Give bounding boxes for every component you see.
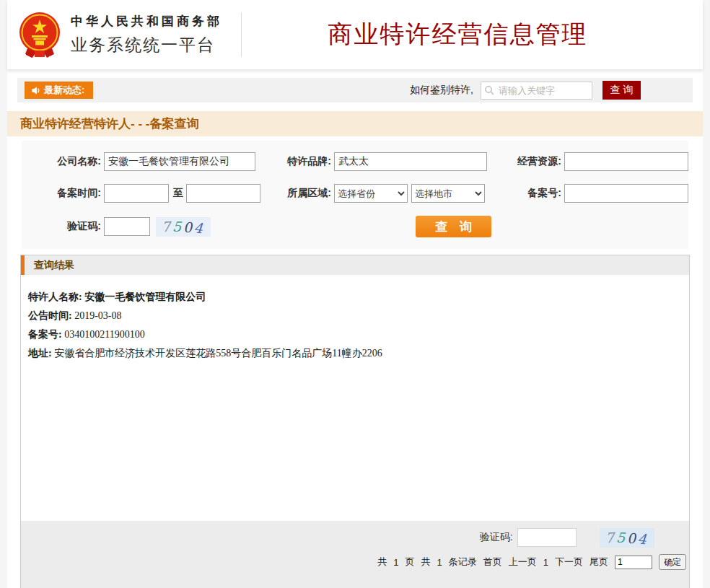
news-link[interactable]: 如何鉴别特许, — [410, 84, 473, 97]
pager-total-text: 共 — [421, 556, 431, 569]
result-row-address: 地址: 安徽省合肥市经济技术开发区莲花路558号合肥百乐门名品广场11幢办220… — [28, 347, 682, 360]
results-panel: 查询结果 特许人名称: 安徽一毛餐饮管理有限公司 公告时间: 2019-03-0… — [20, 255, 690, 588]
pager-total-text: 条记录 — [449, 556, 477, 569]
page-confirm-button[interactable]: 确定 — [659, 554, 686, 570]
ministry-name: 中华人民共和国商务部 — [71, 13, 222, 30]
record-no-label: 备案号: — [504, 187, 561, 200]
result-label: 公告时间: — [28, 310, 72, 321]
form-row-1: 公司名称: 特许品牌: 经营资源: — [29, 152, 688, 171]
date-to-field[interactable] — [186, 184, 260, 203]
pager-total-pages: 1 — [393, 557, 398, 568]
platform-name: 业务系统统一平台 — [71, 34, 222, 56]
result-label: 特许人名称: — [28, 291, 82, 302]
search-icon — [484, 85, 495, 96]
captcha-digit: 5 — [615, 530, 627, 546]
pager-total-records: 1 — [437, 557, 442, 568]
captcha-image[interactable]: 7 5 0 4 — [156, 217, 211, 237]
result-row-record-no: 备案号: 0340100211900100 — [28, 328, 682, 341]
result-row-announce-date: 公告时间: 2019-03-08 — [28, 310, 682, 322]
province-select[interactable]: 选择省份 — [334, 184, 408, 203]
page-first-link[interactable]: 首页 — [483, 556, 502, 569]
captcha-digit: 5 — [172, 219, 184, 235]
pager-total-text: 共 — [377, 556, 387, 569]
speaker-icon — [31, 86, 40, 95]
city-select[interactable]: 选择地市 — [411, 184, 485, 203]
result-label: 备案号: — [28, 329, 62, 340]
date-to-label: 至 — [173, 187, 183, 200]
result-value: 0340100211900100 — [64, 329, 144, 340]
results-body: 特许人名称: 安徽一毛餐饮管理有限公司 公告时间: 2019-03-08 备案号… — [21, 275, 689, 521]
page-prev-link[interactable]: 上一页 — [509, 556, 537, 569]
brand-label: 特许品牌: — [266, 155, 331, 168]
captcha-digit: 7 — [161, 219, 173, 235]
resource-label: 经营资源: — [504, 155, 561, 168]
results-footer: 验证码: 7 5 0 4 共 1 页 共 1 条记录 首页 上一页 1 下一页 — [21, 521, 689, 588]
keyword-search-box — [481, 82, 592, 100]
results-title: 查询结果 — [34, 259, 74, 272]
page-title: 商业特许经营信息管理 — [242, 18, 703, 51]
form-row-2: 备案时间: 至 所属区域: 选择省份 选择地市 备案号: — [29, 184, 688, 203]
captcha-digit: 0 — [626, 530, 638, 547]
query-form: 公司名称: 特许品牌: 经营资源: 备案时间: 至 所属区域: — [22, 141, 688, 249]
pager-total-text: 页 — [406, 556, 415, 569]
footer-captcha-row: 验证码: 7 5 0 4 — [21, 527, 689, 548]
result-value: 安徽省合肥市经济技术开发区莲花路558号合肥百乐门名品广场11幢办2206 — [54, 348, 382, 359]
date-from-field[interactable] — [104, 184, 169, 203]
keyword-search-input[interactable] — [481, 82, 592, 100]
form-row-3: 验证码: 7 5 0 4 查 询 — [29, 216, 688, 237]
org-name-block: 中华人民共和国商务部 业务系统统一平台 — [71, 13, 222, 56]
footer-captcha-label: 验证码: — [480, 531, 513, 544]
footer-captcha-image[interactable]: 7 5 0 4 — [600, 528, 654, 548]
query-button[interactable]: 查 询 — [416, 216, 491, 237]
page-next-link[interactable]: 下一页 — [555, 556, 583, 569]
keyword-search-button[interactable]: 查 询 — [602, 81, 641, 100]
captcha-label: 验证码: — [29, 220, 101, 233]
result-row-franchisor: 特许人名称: 安徽一毛餐饮管理有限公司 — [28, 291, 682, 304]
page-container: 中华人民共和国商务部 业务系统统一平台 商业特许经营信息管理 最新动态: 如何鉴… — [7, 0, 703, 588]
national-emblem-logo — [19, 12, 61, 58]
page-last-link[interactable]: 尾页 — [590, 556, 608, 569]
record-date-label: 备案时间: — [29, 187, 101, 200]
result-label: 地址: — [28, 348, 52, 359]
pagination: 共 1 页 共 1 条记录 首页 上一页 1 下一页 尾页 确定 — [21, 554, 689, 570]
news-badge: 最新动态: — [25, 82, 93, 99]
news-badge-label: 最新动态: — [44, 84, 84, 97]
page-current-link[interactable]: 1 — [543, 557, 548, 568]
footer-captcha-field[interactable] — [517, 528, 577, 547]
brand-field[interactable] — [334, 152, 487, 171]
record-no-field[interactable] — [564, 184, 688, 203]
result-value: 2019-03-08 — [74, 310, 121, 321]
company-name-field[interactable] — [104, 152, 255, 171]
company-name-label: 公司名称: — [29, 155, 101, 168]
captcha-field[interactable] — [104, 217, 150, 236]
news-bar: 最新动态: 如何鉴别特许, 查 询 — [17, 78, 693, 102]
section-title-bar: 商业特许经营特许人- - -备案查询 — [7, 111, 703, 136]
captcha-digit: 7 — [605, 530, 617, 546]
section-title: 商业特许经营特许人- - -备案查询 — [20, 115, 198, 132]
site-header: 中华人民共和国商务部 业务系统统一平台 商业特许经营信息管理 — [7, 0, 703, 69]
results-header: 查询结果 — [21, 255, 689, 275]
resource-field[interactable] — [564, 152, 688, 171]
captcha-digit: 4 — [637, 530, 649, 547]
region-label: 所属区域: — [266, 187, 331, 200]
result-value: 安徽一毛餐饮管理有限公司 — [84, 291, 206, 302]
captcha-digit: 4 — [193, 219, 206, 236]
page-number-input[interactable] — [615, 556, 652, 569]
